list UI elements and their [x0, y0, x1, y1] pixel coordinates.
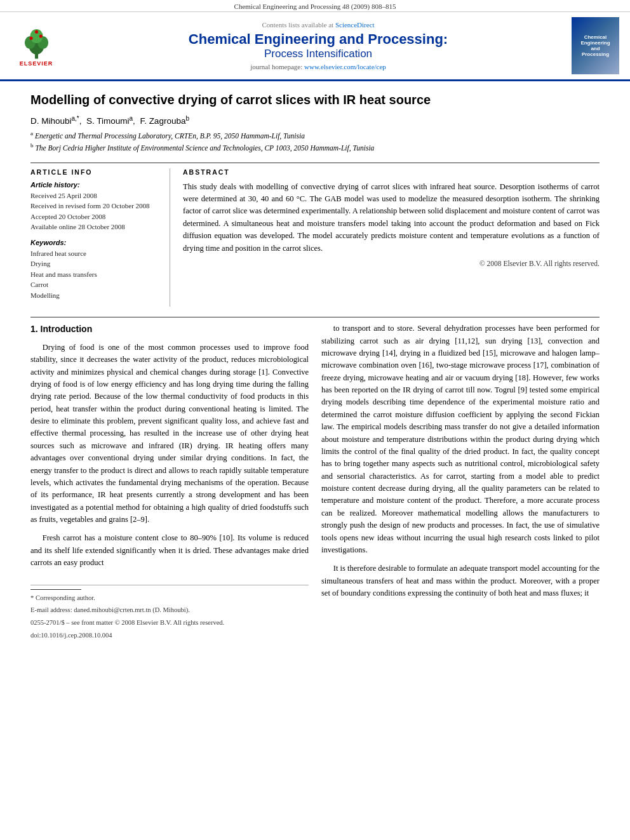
- author-3: F. Zagroubab: [140, 116, 189, 126]
- right-para-2: It is therefore desirable to formulate a…: [321, 563, 600, 599]
- sciencedirect-url[interactable]: ScienceDirect: [335, 21, 375, 29]
- available-date: Available online 28 October 2008: [30, 222, 163, 232]
- divider-body: [30, 317, 600, 317]
- journal-homepage: journal homepage: www.elsevier.com/locat…: [71, 63, 565, 70]
- author-1: D. Mihoubia,*: [30, 116, 79, 126]
- article-title: Modelling of convective drying of carrot…: [30, 91, 600, 108]
- journal-citation-bar: Chemical Engineering and Processing 48 (…: [0, 0, 630, 12]
- sciencedirect-link: Contents lists available at ScienceDirec…: [71, 21, 565, 29]
- svg-point-6: [39, 34, 42, 37]
- body-columns: 1. Introduction Drying of food is one of…: [30, 323, 600, 640]
- article-info-column: ARTICLE INFO Article history: Received 2…: [30, 168, 170, 307]
- keyword-5: Modelling: [30, 290, 163, 301]
- homepage-url[interactable]: www.elsevier.com/locate/cep: [304, 63, 386, 70]
- svg-point-5: [29, 36, 32, 39]
- received-date: Received 25 April 2008: [30, 190, 163, 201]
- footer-email: E-mail address: daned.mihoubi@crten.mrt.…: [30, 605, 309, 615]
- section-1-number: 1.: [30, 324, 38, 334]
- keyword-3: Heat and mass transfers: [30, 269, 163, 280]
- journal-cover-image: Chemical Engineering and Processing: [572, 17, 619, 74]
- keywords-title: Keywords:: [30, 239, 163, 246]
- affiliations: a Energetic and Thermal Processing Labor…: [30, 130, 600, 154]
- keyword-2: Drying: [30, 258, 163, 269]
- intro-para-1: Drying of food is one of the most common…: [30, 342, 309, 526]
- revised-date: Received in revised form 20 October 2008: [30, 201, 163, 211]
- journal-title-block: Contents lists available at ScienceDirec…: [71, 21, 565, 70]
- article-info-label: ARTICLE INFO: [30, 168, 163, 176]
- article-meta-row: ARTICLE INFO Article history: Received 2…: [30, 168, 600, 307]
- abstract-column: ABSTRACT This study deals with modelling…: [183, 168, 600, 307]
- journal-cover: Chemical Engineering and Processing: [572, 17, 622, 74]
- journal-citation-text: Chemical Engineering and Processing 48 (…: [234, 3, 396, 10]
- svg-point-7: [34, 30, 37, 33]
- authors-line: D. Mihoubia,*, S. Timoumia, F. Zagroubab: [30, 114, 600, 126]
- article-content: Modelling of convective drying of carrot…: [0, 81, 630, 653]
- journal-header: ELSEVIER Contents lists available at Sci…: [0, 12, 630, 81]
- footer-corresponding: * Corresponding author.: [30, 593, 309, 603]
- article-history: Article history: Received 25 April 2008 …: [30, 181, 163, 232]
- abstract-label: ABSTRACT: [183, 168, 600, 176]
- journal-subtitle: Process Intensification: [71, 48, 565, 60]
- affiliation-a: a Energetic and Thermal Processing Labor…: [30, 130, 600, 142]
- elsevier-tree-icon: [19, 25, 54, 60]
- section-1-title: Introduction: [41, 324, 93, 334]
- body-left-col: 1. Introduction Drying of food is one of…: [30, 323, 309, 640]
- accepted-date: Accepted 20 October 2008: [30, 211, 163, 222]
- keyword-1: Infrared heat source: [30, 248, 163, 259]
- author-2: S. Timoumia: [86, 116, 133, 126]
- footer-doi: doi:10.1016/j.cep.2008.10.004: [30, 630, 309, 641]
- footer-rights: 0255-2701/$ – see front matter © 2008 El…: [30, 618, 309, 628]
- keywords-group: Keywords: Infrared heat source Drying He…: [30, 239, 163, 301]
- copyright-line: © 2008 Elsevier B.V. All rights reserved…: [183, 260, 600, 267]
- footer-area: * Corresponding author. E-mail address: …: [30, 585, 309, 641]
- section-1-heading: 1. Introduction: [30, 323, 309, 337]
- history-title: Article history:: [30, 181, 163, 189]
- journal-name: Chemical Engineering and Processing:: [71, 31, 565, 48]
- keyword-4: Carrot: [30, 279, 163, 290]
- elsevier-logo: ELSEVIER: [8, 25, 65, 67]
- elsevier-label: ELSEVIER: [20, 60, 53, 67]
- intro-para-2: Fresh carrot has a moisture content clos…: [30, 532, 309, 569]
- right-para-1: to transport and to store. Several dehyd…: [321, 323, 600, 556]
- divider-top: [30, 163, 600, 163]
- body-right-col: to transport and to store. Several dehyd…: [321, 323, 600, 640]
- abstract-text: This study deals with modelling of conve…: [183, 181, 600, 255]
- affiliation-b: b The Borj Cedria Higher Institute of En…: [30, 142, 600, 154]
